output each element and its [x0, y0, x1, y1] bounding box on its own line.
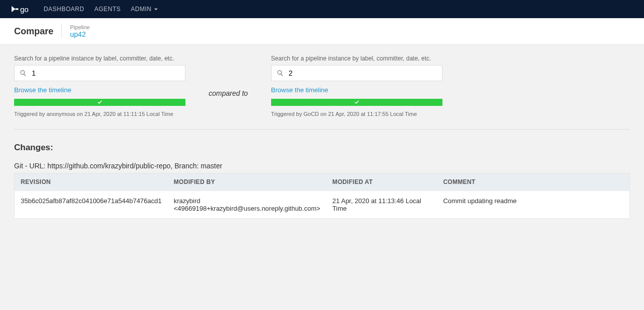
nav-dashboard[interactable]: DASHBOARD	[44, 6, 85, 13]
nav-admin[interactable]: ADMIN	[131, 6, 158, 13]
search-box-right[interactable]	[271, 65, 442, 81]
changes-title: Changes:	[14, 143, 630, 153]
compared-to-label: compared to	[194, 89, 263, 97]
top-nav: go DASHBOARD AGENTS ADMIN	[0, 0, 644, 18]
page-header: Compare Pipeline up42	[0, 18, 644, 45]
main-content: Search for a pipeline instance by label,…	[0, 45, 644, 229]
browse-timeline-left[interactable]: Browse the timeline	[14, 86, 71, 94]
triggered-text-left: Triggered by anonymous on 21 Apr, 2020 a…	[14, 111, 185, 117]
search-label-right: Search for a pipeline instance by label,…	[271, 55, 442, 62]
search-box-left[interactable]	[14, 65, 185, 81]
table-header-row: REVISION MODIFIED BY MODIFIED AT COMMENT	[15, 173, 630, 191]
logo[interactable]: go	[10, 5, 29, 14]
logo-text: go	[20, 5, 29, 14]
check-icon	[97, 100, 102, 105]
cell-modified-at: 21 Apr, 2020 at 11:13:46 Local Time	[327, 191, 437, 219]
search-icon	[20, 70, 27, 77]
nav-agents[interactable]: AGENTS	[94, 6, 120, 13]
compare-row: Search for a pipeline instance by label,…	[14, 55, 630, 130]
compare-left: Search for a pipeline instance by label,…	[14, 55, 185, 117]
table-row: 35b6c025afb87af82c041006e71a544b7476acd1…	[15, 191, 630, 219]
nav-admin-label: ADMIN	[131, 6, 152, 13]
changes-table: REVISION MODIFIED BY MODIFIED AT COMMENT…	[14, 173, 630, 219]
col-modified-by: MODIFIED BY	[168, 173, 327, 191]
status-bar-left[interactable]	[14, 99, 185, 106]
go-logo-icon	[10, 5, 19, 14]
search-input-left[interactable]	[32, 69, 180, 77]
status-bar-right[interactable]	[271, 99, 442, 106]
pipeline-meta-label: Pipeline	[70, 24, 90, 30]
pipeline-meta: Pipeline up42	[70, 24, 90, 38]
check-icon	[354, 100, 359, 105]
search-label-left: Search for a pipeline instance by label,…	[14, 55, 185, 62]
cell-comment: Commit updating readme	[437, 191, 629, 219]
compare-right: Search for a pipeline instance by label,…	[271, 55, 442, 117]
cell-revision: 35b6c025afb87af82c041006e71a544b7476acd1	[15, 191, 168, 219]
browse-timeline-right[interactable]: Browse the timeline	[271, 86, 328, 94]
pipeline-name-link[interactable]: up42	[70, 30, 90, 38]
cell-modified-by: krazybird <49669198+krazybird@users.nore…	[168, 191, 327, 219]
repo-line: Git - URL: https://github.com/krazybird/…	[14, 162, 630, 170]
col-modified-at: MODIFIED AT	[327, 173, 437, 191]
triggered-text-right: Triggered by GoCD on 21 Apr, 2020 at 11:…	[271, 111, 442, 117]
col-comment: COMMENT	[437, 173, 629, 191]
header-divider	[61, 24, 62, 38]
col-revision: REVISION	[15, 173, 168, 191]
search-input-right[interactable]	[289, 69, 437, 77]
search-icon	[277, 70, 284, 77]
chevron-down-icon	[154, 7, 158, 12]
page-title: Compare	[14, 26, 53, 37]
